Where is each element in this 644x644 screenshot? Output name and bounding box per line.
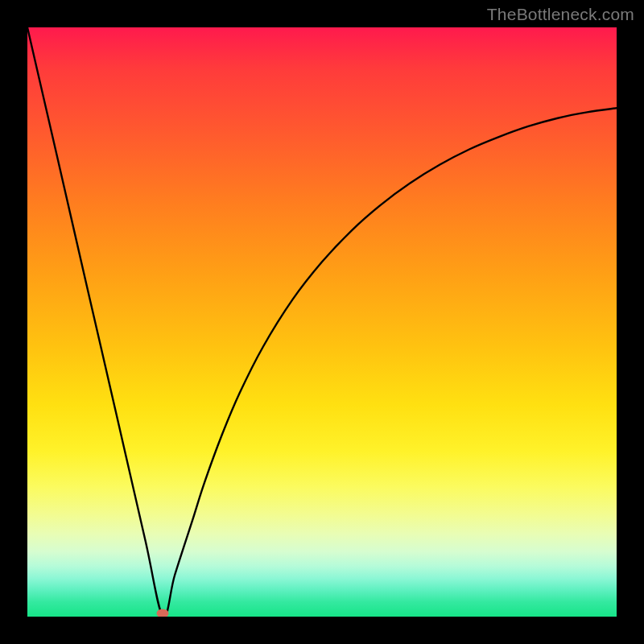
plot-area bbox=[27, 27, 617, 617]
curve-svg bbox=[27, 27, 617, 617]
watermark-text: TheBottleneck.com bbox=[487, 5, 634, 24]
chart-frame: TheBottleneck.com bbox=[0, 0, 644, 644]
bottleneck-curve bbox=[27, 27, 617, 617]
min-marker bbox=[157, 609, 169, 617]
